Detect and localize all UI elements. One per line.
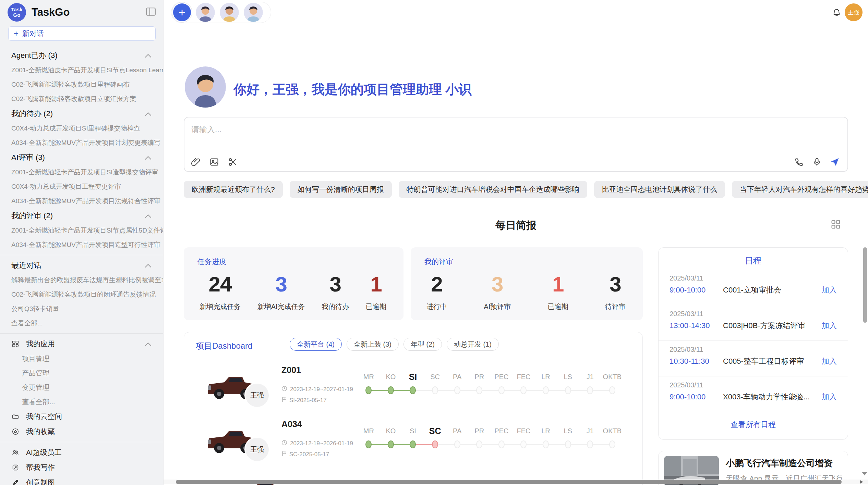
- sidebar-tool-item[interactable]: 创意制图: [0, 475, 163, 485]
- chevron-up-icon[interactable]: [145, 109, 152, 118]
- join-link[interactable]: 加入: [822, 392, 837, 402]
- input-tools-left: [191, 157, 238, 167]
- sidebar-item[interactable]: C02-飞腾新能源轻客改款项目立项汇报方案: [0, 92, 163, 106]
- dashboard-tab[interactable]: 全新平台 (4): [290, 338, 342, 351]
- app-sub-item[interactable]: 查看全部...: [0, 395, 163, 409]
- scroll-down-arrow-icon[interactable]: [862, 472, 867, 475]
- join-link[interactable]: 加入: [822, 285, 837, 295]
- stat: 3待评审: [605, 273, 626, 311]
- sidebar-item-star[interactable]: 我的收藏: [0, 424, 163, 439]
- sidebar-section-header[interactable]: 我的评审 (2): [0, 208, 163, 223]
- app-title: TaskGo: [32, 6, 70, 18]
- phone-call-icon[interactable]: [794, 157, 804, 167]
- event-time: 9:00-10:00: [670, 393, 723, 401]
- agent-avatar-1[interactable]: [196, 3, 215, 22]
- chevron-up-icon[interactable]: [145, 153, 152, 162]
- suggestion-chip[interactable]: 如何写一份清晰的项目周报: [290, 181, 392, 198]
- scroll-right-arrow-icon[interactable]: [860, 480, 863, 484]
- greeting-text: 你好，王强，我是你的项目管理助理 小识: [233, 81, 472, 98]
- sidebar-collapse-icon[interactable]: [146, 8, 156, 17]
- milestone-label: SI: [402, 424, 424, 438]
- suggestion-chip[interactable]: 欧洲新规最近颁布了什么?: [184, 181, 283, 198]
- app-sub-item[interactable]: 产品管理: [0, 366, 163, 380]
- stat: 1已逾期: [548, 273, 568, 311]
- sidebar-item[interactable]: C0X4-动力总成开发项目工程变更评审: [0, 179, 163, 194]
- sidebar-item[interactable]: A034-全新新能源MUV产品开发项目造型可行性评审: [0, 238, 163, 252]
- image-upload-icon[interactable]: [209, 157, 219, 167]
- join-link[interactable]: 加入: [822, 321, 837, 331]
- chevron-up-icon[interactable]: [145, 51, 152, 60]
- sidebar-item[interactable]: C02-飞腾新能源轻客改款项目里程碑画布: [0, 77, 163, 92]
- milestone-dot: [432, 440, 438, 448]
- dashboard-tab[interactable]: 动总开发 (1): [447, 338, 499, 351]
- horizontal-scrollbar[interactable]: [164, 480, 868, 484]
- add-agent-button[interactable]: +: [173, 3, 191, 21]
- suggestion-chip[interactable]: 当下年轻人对汽车外观有怎样的喜好趋势: [732, 181, 868, 198]
- dashboard-title: 项目Dashboard: [196, 340, 252, 351]
- sidebar-section-header[interactable]: AI评审 (3): [0, 150, 163, 165]
- chevron-up-icon[interactable]: [145, 261, 152, 270]
- chevron-up-icon[interactable]: [145, 211, 152, 220]
- milestone-label: PR: [468, 424, 491, 438]
- recent-chat-item[interactable]: 解释最新出台的欧盟报废车法规再生塑料比例被调至15%...: [0, 273, 163, 287]
- sidebar-tool-item[interactable]: 帮我写作: [0, 460, 163, 475]
- stat-label: 新增AI完成任务: [257, 302, 305, 311]
- stat-label: 已逾期: [366, 302, 386, 311]
- schedule-card: 日程 2025/03/119:00-10:00C001-立项审批会加入2025/…: [658, 247, 848, 440]
- recent-chat-item[interactable]: 公司Q3轻卡销量: [0, 302, 163, 316]
- milestone-label: PR: [468, 370, 491, 384]
- sidebar-section-header[interactable]: 最近对话: [0, 258, 163, 273]
- new-chat-button[interactable]: + 新对话: [8, 26, 156, 41]
- project-row[interactable]: 王强A0342023-12-19~2026-01-19SC-2025-05-17…: [184, 416, 642, 470]
- sidebar-item[interactable]: C0X4-动力总成开发项目SI里程碑提交物检查: [0, 121, 163, 136]
- sidebar-item[interactable]: Z001-全新燃油皮卡产品开发项目SI节点Lesson Learn报告: [0, 63, 163, 77]
- stats-row: 任务进度 24新增完成任务3新增AI完成任务3我的待办1已逾期 我的评审 2进行…: [184, 247, 643, 320]
- milestone-label: OKTB: [601, 370, 624, 384]
- horizontal-scrollbar-thumb[interactable]: [176, 480, 842, 484]
- tool-label: 创意制图: [26, 478, 55, 485]
- milestone-track: MRKOSISCPAPRPECFECLRLSJ1OKTB: [358, 370, 623, 394]
- sidebar-section-header[interactable]: 我的待办 (2): [0, 106, 163, 121]
- sidebar-item-my-apps[interactable]: 我的应用: [0, 336, 163, 351]
- milestone-label: LR: [535, 370, 557, 384]
- microphone-icon[interactable]: [812, 157, 822, 167]
- scissors-icon[interactable]: [228, 157, 238, 167]
- recent-chat-item[interactable]: 查看全部...: [0, 316, 163, 331]
- layout-grid-icon[interactable]: [831, 219, 841, 231]
- star-icon: [11, 428, 20, 435]
- sidebar-item[interactable]: Z001-全新燃油轻卡产品开发项目SI造型提交物评审: [0, 165, 163, 179]
- agent-avatar-2[interactable]: [220, 3, 239, 22]
- notification-bell-icon[interactable]: [832, 8, 841, 18]
- chevron-up-icon[interactable]: [145, 340, 152, 348]
- dashboard-tab[interactable]: 全新上装 (3): [347, 338, 399, 351]
- recent-chat-item[interactable]: C02-飞腾新能源轻客改款项目的闭环通告反馈情况: [0, 287, 163, 302]
- sidebar-item[interactable]: A034-全新新能源MUV产品开发项目法规符合性评审: [0, 194, 163, 208]
- sidebar-tool-item[interactable]: AI超级员工: [0, 445, 163, 460]
- attachment-icon[interactable]: [191, 157, 201, 167]
- stat-value: 1: [366, 273, 386, 296]
- sidebar-item-cloud[interactable]: 我的云空间: [0, 409, 163, 424]
- milestone-dot: [432, 386, 438, 394]
- user-avatar[interactable]: 王强: [845, 3, 863, 21]
- join-link[interactable]: 加入: [822, 356, 837, 366]
- tool-label: AI超级员工: [26, 448, 62, 457]
- clock-icon: [281, 386, 287, 393]
- schedule-title: 日程: [659, 248, 848, 266]
- vertical-scrollbar-thumb[interactable]: [863, 247, 867, 323]
- stat: 3我的待办: [322, 273, 349, 311]
- agent-avatar-3[interactable]: [244, 3, 263, 22]
- my-review-card: 我的评审 2进行中3AI预评审1已逾期3待评审: [411, 247, 643, 320]
- app-grid-icon: [11, 340, 20, 348]
- sidebar-item[interactable]: Z001-全新燃油轻卡产品开发项目SI节点属性5D文件评审: [0, 223, 163, 238]
- view-all-schedule-link[interactable]: 查看所有日程: [659, 420, 848, 430]
- suggestion-chip[interactable]: 比亚迪全固态电池计划具体说了什么: [594, 181, 725, 198]
- suggestion-chip[interactable]: 特朗普可能对进口汽车增税会对中国车企造成哪些影响: [399, 181, 587, 198]
- app-sub-item[interactable]: 变更管理: [0, 380, 163, 395]
- send-icon[interactable]: [830, 157, 840, 167]
- app-sub-item[interactable]: 项目管理: [0, 351, 163, 366]
- chat-input[interactable]: [191, 125, 774, 134]
- sidebar-section-header[interactable]: Agent已办 (3): [0, 48, 163, 63]
- project-row[interactable]: 王强Z0012023-12-19~2027-01-19SI-2025-05-17…: [184, 362, 642, 416]
- dashboard-tab[interactable]: 年型 (2): [403, 338, 442, 351]
- sidebar-item[interactable]: A034-全新新能源MUV产品开发项目计划变更表编写: [0, 136, 163, 150]
